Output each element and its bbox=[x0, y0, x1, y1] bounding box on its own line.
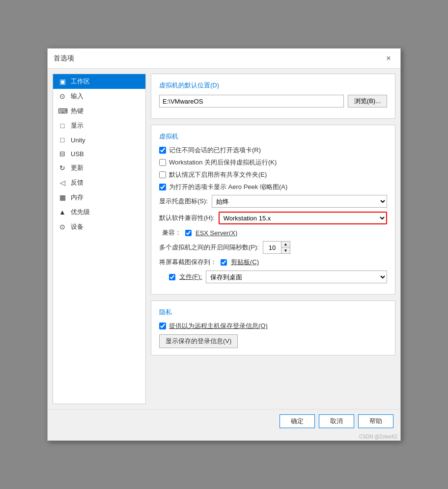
sidebar-item-label-unity: Unity bbox=[71, 136, 85, 144]
device-icon: ⊙ bbox=[58, 223, 67, 231]
vm-section: 虚拟机 记住不同会话的已打开选项卡(R)Workstation 关闭后保持虚拟机… bbox=[151, 125, 395, 295]
dialog-title: 首选项 bbox=[54, 54, 74, 63]
sidebar-item-label-display: 显示 bbox=[71, 121, 84, 130]
sidebar-item-label-hotkey: 热键 bbox=[71, 107, 84, 115]
sidebar-item-label-memory: 内存 bbox=[71, 193, 84, 202]
vm-location-input[interactable] bbox=[159, 95, 344, 108]
hotkey-icon: ⌨ bbox=[58, 107, 67, 115]
screenshot-clipboard-checkbox[interactable] bbox=[221, 259, 227, 266]
checkbox-cb1[interactable] bbox=[159, 147, 166, 154]
footer: 确定 取消 帮助 bbox=[48, 409, 400, 433]
compat-sub-label: 兼容： bbox=[162, 228, 181, 237]
memory-icon: ▦ bbox=[58, 193, 67, 201]
ok-button[interactable]: 确定 bbox=[280, 414, 315, 428]
compat-sub-row: 兼容： ESX Server(X) bbox=[159, 228, 387, 237]
sidebar-item-advanced[interactable]: ▲优先级 bbox=[53, 205, 145, 219]
interval-label: 多个虚拟机之间的开启间隔秒数(P): bbox=[159, 243, 259, 252]
compat-row: 默认软件兼容性(H): Workstation 15.x bbox=[159, 212, 387, 224]
sidebar-item-unity[interactable]: □Unity bbox=[53, 133, 145, 147]
close-button[interactable]: × bbox=[383, 53, 394, 64]
feedback-icon: ◁ bbox=[58, 179, 67, 187]
checkbox-label-cb4: 为打开的选项卡显示 Aero Peek 缩略图(A) bbox=[169, 183, 287, 191]
checkbox-label-cb2: Workstation 关闭后保持虚拟机运行(K) bbox=[169, 158, 277, 167]
sidebar-item-label-feedback: 反馈 bbox=[71, 178, 84, 187]
privacy-checkbox[interactable] bbox=[159, 323, 166, 329]
tray-row: 显示托盘图标(S): 始终 bbox=[159, 195, 387, 208]
content-area: ▣工作区⊙输入⌨热键□显示□Unity⊟USB↻更新◁反馈▦内存▲优先级⊙设备 … bbox=[48, 69, 400, 409]
spinner-down[interactable]: ▼ bbox=[281, 247, 290, 253]
compat-sub-checkbox[interactable] bbox=[185, 230, 192, 236]
tray-label: 显示托盘图标(S): bbox=[159, 197, 208, 206]
checkbox-label-cb1: 记住不同会话的已打开选项卡(R) bbox=[169, 146, 261, 155]
sidebar-item-label-device: 设备 bbox=[71, 222, 84, 231]
unity-icon: □ bbox=[58, 136, 67, 144]
sidebar-item-device[interactable]: ⊙设备 bbox=[53, 219, 145, 234]
screenshot-file-checkbox[interactable] bbox=[169, 274, 175, 280]
sidebar: ▣工作区⊙输入⌨热键□显示□Unity⊟USB↻更新◁反馈▦内存▲优先级⊙设备 bbox=[53, 74, 146, 404]
privacy-title: 隐私 bbox=[159, 308, 387, 317]
vm-location-row: 浏览(B)... bbox=[159, 95, 387, 108]
cancel-button[interactable]: 取消 bbox=[319, 414, 354, 428]
privacy-label: 提供以为远程主机保存登录信息(O) bbox=[169, 322, 268, 330]
checkbox-row-cb1: 记住不同会话的已打开选项卡(R) bbox=[159, 146, 387, 155]
screenshot-row: 将屏幕截图保存到： 剪贴板(C) bbox=[159, 258, 387, 267]
input-icon: ⊙ bbox=[58, 92, 67, 100]
sidebar-item-label-advanced: 优先级 bbox=[71, 208, 90, 217]
workspace-icon: ▣ bbox=[58, 78, 67, 85]
sidebar-item-label-usb: USB bbox=[71, 150, 84, 158]
display-icon: □ bbox=[58, 122, 67, 130]
main-panel: 虚拟机的默认位置(D) 浏览(B)... 虚拟机 记住不同会话的已打开选项卡(R… bbox=[151, 74, 395, 404]
sidebar-item-feedback[interactable]: ◁反馈 bbox=[53, 175, 145, 190]
preferences-dialog: 首选项 × ▣工作区⊙输入⌨热键□显示□Unity⊟USB↻更新◁反馈▦内存▲优… bbox=[47, 48, 401, 441]
browse-button[interactable]: 浏览(B)... bbox=[348, 95, 387, 108]
sidebar-item-label-update: 更新 bbox=[71, 163, 84, 172]
file-label: 文件(F): bbox=[179, 272, 202, 281]
compat-select[interactable]: Workstation 15.x bbox=[219, 212, 387, 224]
screenshot-file-row: 文件(F): 保存到桌面 bbox=[169, 271, 387, 283]
interval-input[interactable] bbox=[263, 242, 281, 253]
vm-checkboxes: 记住不同会话的已打开选项卡(R)Workstation 关闭后保持虚拟机运行(K… bbox=[159, 146, 387, 191]
privacy-checkbox-row: 提供以为远程主机保存登录信息(O) bbox=[159, 322, 387, 330]
vm-section-title: 虚拟机 bbox=[159, 132, 387, 141]
checkbox-label-cb3: 默认情况下启用所有共享文件夹(E) bbox=[169, 170, 267, 179]
sidebar-item-update[interactable]: ↻更新 bbox=[53, 161, 145, 175]
vm-location-title: 虚拟机的默认位置(D) bbox=[159, 81, 387, 90]
sidebar-item-input[interactable]: ⊙输入 bbox=[53, 89, 145, 104]
sidebar-item-label-workspace: 工作区 bbox=[71, 77, 90, 86]
advanced-icon: ▲ bbox=[58, 208, 67, 216]
checkbox-row-cb3: 默认情况下启用所有共享文件夹(E) bbox=[159, 170, 387, 179]
compat-label: 默认软件兼容性(H): bbox=[159, 214, 215, 222]
checkbox-row-cb2: Workstation 关闭后保持虚拟机运行(K) bbox=[159, 158, 387, 167]
privacy-section: 隐私 提供以为远程主机保存登录信息(O) 显示保存的登录信息(V) bbox=[151, 300, 395, 355]
usb-icon: ⊟ bbox=[58, 150, 67, 158]
compat-sub-value: ESX Server(X) bbox=[196, 229, 237, 237]
sidebar-item-display[interactable]: □显示 bbox=[53, 118, 145, 133]
checkbox-cb2[interactable] bbox=[159, 159, 166, 166]
spinner-buttons: ▲ ▼ bbox=[281, 242, 290, 253]
sidebar-item-workspace[interactable]: ▣工作区 bbox=[53, 74, 145, 89]
sidebar-item-memory[interactable]: ▦内存 bbox=[53, 190, 145, 205]
sidebar-item-usb[interactable]: ⊟USB bbox=[53, 147, 145, 161]
interval-row: 多个虚拟机之间的开启间隔秒数(P): ▲ ▼ bbox=[159, 241, 387, 254]
spinner-up[interactable]: ▲ bbox=[281, 242, 290, 247]
screenshot-label: 将屏幕截图保存到： bbox=[159, 258, 217, 267]
watermark: CSDN @Zeker62 bbox=[48, 433, 400, 440]
sidebar-item-hotkey[interactable]: ⌨热键 bbox=[53, 104, 145, 118]
help-button[interactable]: 帮助 bbox=[358, 414, 393, 428]
screenshot-clipboard-label: 剪贴板(C) bbox=[231, 258, 259, 267]
interval-spinner: ▲ ▼ bbox=[263, 241, 290, 254]
update-icon: ↻ bbox=[58, 164, 67, 172]
show-saved-login-button[interactable]: 显示保存的登录信息(V) bbox=[159, 334, 238, 348]
file-location-select[interactable]: 保存到桌面 bbox=[206, 271, 387, 283]
tray-select[interactable]: 始终 bbox=[212, 195, 387, 208]
checkbox-row-cb4: 为打开的选项卡显示 Aero Peek 缩略图(A) bbox=[159, 183, 387, 191]
sidebar-item-label-input: 输入 bbox=[71, 92, 84, 101]
checkbox-cb4[interactable] bbox=[159, 184, 166, 190]
vm-location-section: 虚拟机的默认位置(D) 浏览(B)... bbox=[151, 74, 395, 119]
checkbox-cb3[interactable] bbox=[159, 171, 166, 178]
title-bar: 首选项 × bbox=[48, 49, 400, 69]
